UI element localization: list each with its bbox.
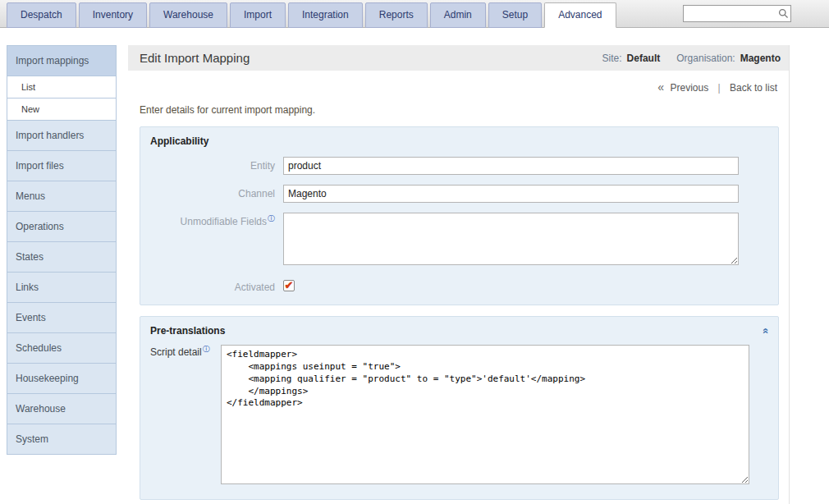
nav-tabs: Despatch Inventory Warehouse Import Inte… xyxy=(7,2,619,28)
organisation-value: Magento xyxy=(740,53,781,64)
sidebar-item-system[interactable]: System xyxy=(7,424,117,454)
collapse-icon[interactable]: « xyxy=(760,328,770,333)
applicability-panel: Applicability Entity Channel Unmodifiabl… xyxy=(140,126,779,305)
main-content: Edit Import Mapping Site: Default Organi… xyxy=(128,45,790,504)
sidebar-item-operations[interactable]: Operations xyxy=(7,211,117,241)
activated-checkbox[interactable]: ✔ xyxy=(283,280,295,291)
sidebar-item-warehouse[interactable]: Warehouse xyxy=(7,393,117,424)
script-detail-row: Script detailⓘ <fieldmapper> <mappings u… xyxy=(150,345,768,484)
pretranslations-title: Pre-translations xyxy=(150,325,225,337)
sidebar-item-import-mappings[interactable]: Import mappings xyxy=(7,45,117,76)
search-icon[interactable] xyxy=(776,8,790,19)
channel-label: Channel xyxy=(150,185,275,199)
script-detail-textarea[interactable]: <fieldmapper> <mappings useinput = "true… xyxy=(221,345,749,484)
tab-despatch[interactable]: Despatch xyxy=(7,2,76,28)
sidebar-item-states[interactable]: States xyxy=(7,241,117,272)
sidebar-item-import-files[interactable]: Import files xyxy=(7,150,117,181)
sidebar-item-import-handlers[interactable]: Import handlers xyxy=(7,120,117,150)
organisation-label: Organisation: xyxy=(676,53,735,64)
entity-input[interactable] xyxy=(283,157,739,175)
activated-row: Activated ✔ xyxy=(150,278,768,293)
unmodifiable-fields-row: Unmodifiable Fieldsⓘ xyxy=(150,213,768,265)
top-navigation: Despatch Inventory Warehouse Import Inte… xyxy=(0,0,829,28)
page-links: « Previous | Back to list xyxy=(128,71,789,94)
back-to-list-link[interactable]: Back to list xyxy=(730,82,777,94)
sidebar-item-new[interactable]: New xyxy=(7,98,117,120)
sidebar-item-menus[interactable]: Menus xyxy=(7,181,117,211)
script-detail-label-text: Script detail xyxy=(150,346,202,358)
pretranslations-panel: Pre-translations « Script detailⓘ <field… xyxy=(140,316,779,500)
sidebar: Import mappings List New Import handlers… xyxy=(7,45,117,455)
channel-row: Channel xyxy=(150,185,768,203)
previous-icon: « xyxy=(657,80,664,94)
header-meta: Site: Default Organisation: Magento xyxy=(602,53,781,64)
info-icon[interactable]: ⓘ xyxy=(268,214,275,222)
sidebar-item-schedules[interactable]: Schedules xyxy=(7,332,117,363)
tab-reports[interactable]: Reports xyxy=(365,2,428,28)
sidebar-item-list[interactable]: List xyxy=(7,76,117,98)
tab-inventory[interactable]: Inventory xyxy=(79,2,147,28)
tab-warehouse[interactable]: Warehouse xyxy=(149,2,227,28)
sidebar-item-housekeeping[interactable]: Housekeeping xyxy=(7,363,117,393)
activated-label: Activated xyxy=(150,278,275,293)
search-box xyxy=(683,5,791,22)
entity-label: Entity xyxy=(150,157,275,172)
tab-admin[interactable]: Admin xyxy=(430,2,486,28)
sidebar-item-events[interactable]: Events xyxy=(7,302,117,332)
unmodifiable-fields-label: Unmodifiable Fieldsⓘ xyxy=(150,213,275,227)
unmodifiable-fields-label-text: Unmodifiable Fields xyxy=(181,216,267,227)
site-label: Site: xyxy=(602,53,622,64)
sidebar-item-links[interactable]: Links xyxy=(7,272,117,302)
link-separator: | xyxy=(718,82,721,94)
applicability-title: Applicability xyxy=(150,135,768,147)
page-header: Edit Import Mapping Site: Default Organi… xyxy=(128,45,789,71)
tab-integration[interactable]: Integration xyxy=(288,2,363,28)
intro-text: Enter details for current import mapping… xyxy=(140,104,789,116)
pretranslations-header: Pre-translations « xyxy=(150,325,768,337)
page-title: Edit Import Mapping xyxy=(140,51,250,65)
site-value: Default xyxy=(627,53,661,64)
script-detail-label: Script detailⓘ xyxy=(150,345,221,358)
channel-input[interactable] xyxy=(283,185,739,203)
unmodifiable-fields-textarea[interactable] xyxy=(283,213,739,265)
tab-import[interactable]: Import xyxy=(230,2,286,28)
entity-row: Entity xyxy=(150,157,768,175)
tab-setup[interactable]: Setup xyxy=(488,2,542,28)
info-icon[interactable]: ⓘ xyxy=(203,345,210,353)
check-icon: ✔ xyxy=(285,282,294,290)
previous-link[interactable]: Previous xyxy=(670,82,708,94)
search-input[interactable] xyxy=(684,7,776,21)
tab-advanced[interactable]: Advanced xyxy=(544,2,616,28)
